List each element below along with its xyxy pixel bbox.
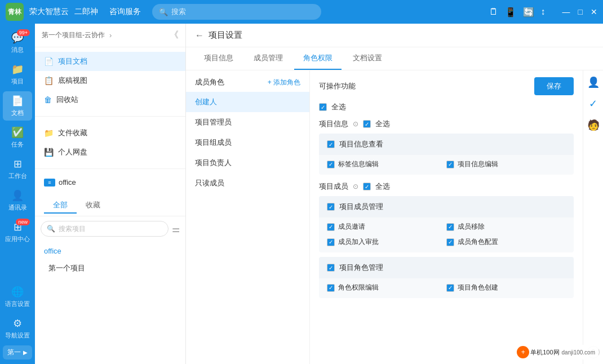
perm-checkbox-role-create[interactable] bbox=[446, 284, 454, 292]
content-tabs: 项目信息 成员管理 角色权限 文档设置 bbox=[186, 47, 603, 70]
app-badge: new bbox=[16, 219, 30, 225]
minimize-btn[interactable]: — bbox=[562, 7, 570, 16]
project-group-office[interactable]: office bbox=[35, 243, 185, 259]
right-icon-1[interactable]: 👤 bbox=[587, 76, 600, 88]
perm-item-remove: 成员移除 bbox=[446, 222, 566, 232]
topbar-search-box[interactable]: 🔍 搜索 bbox=[152, 4, 321, 20]
sidebar-label-navsettings: 导航设置 bbox=[5, 331, 30, 340]
sidebar-item-task[interactable]: ✅ 任务 bbox=[3, 123, 32, 152]
perm-checkbox-tag-edit[interactable] bbox=[327, 161, 335, 168]
section-title-project-member: 项目成员 bbox=[319, 181, 348, 192]
tab-role-permission[interactable]: 角色权限 bbox=[294, 47, 342, 70]
sort-button[interactable]: ⚌ bbox=[172, 224, 180, 234]
task-icon: ✅ bbox=[11, 126, 24, 139]
divider-1 bbox=[35, 116, 185, 117]
permissions-panel: 可操作功能 保存 全选 项目信息 ⊙ 全选 bbox=[310, 70, 583, 364]
nav-erlang[interactable]: 二郎神 bbox=[74, 7, 98, 17]
workspace-name: office bbox=[59, 178, 76, 187]
sidebar-label-task: 任务 bbox=[11, 140, 24, 149]
project-item-first[interactable]: 第一个项目 bbox=[35, 259, 185, 278]
sidebar-menu: 📄 项目文档 📋 底稿视图 🗑 回收站 bbox=[35, 47, 185, 114]
close-btn[interactable]: ✕ bbox=[591, 7, 597, 16]
breadcrumb-text: 第一个项目组-云协作 bbox=[42, 30, 105, 40]
tab-collect[interactable]: 收藏 bbox=[77, 198, 109, 214]
global-select-all-label: 全选 bbox=[331, 102, 346, 112]
sidebar-label-language: 语言设置 bbox=[5, 300, 30, 308]
nav-consult[interactable]: 咨询服务 bbox=[109, 7, 141, 17]
workspace-label[interactable]: ≡ office bbox=[44, 176, 176, 189]
sidebar-item-navsettings[interactable]: ⚙ 导航设置 bbox=[3, 314, 32, 343]
sidebar-label-appcenter: 应用中心 bbox=[5, 235, 30, 243]
watermark: + 单机100网 danji100.com bbox=[513, 345, 598, 359]
perm-checkbox-join-approve[interactable] bbox=[327, 238, 335, 246]
right-icon-2[interactable]: ✓ bbox=[589, 97, 597, 110]
collapse-button[interactable]: 《 bbox=[170, 29, 179, 41]
menu-label-project-doc: 项目文档 bbox=[58, 56, 87, 66]
perm-group-label-role: 项目角色管理 bbox=[339, 263, 383, 273]
tab-member-manage[interactable]: 成员管理 bbox=[245, 47, 292, 70]
menu-label-recycle: 回收站 bbox=[56, 95, 78, 105]
role-item-manager[interactable]: 项目管理员 bbox=[186, 112, 309, 132]
topbar-icon-2[interactable]: 📱 bbox=[505, 7, 516, 17]
sidebar-item-language[interactable]: 🌐 语言设置 bbox=[3, 282, 32, 312]
topbar-icon-4[interactable]: ↕ bbox=[541, 7, 546, 17]
topbar-icon-3[interactable]: 🔄 bbox=[523, 7, 534, 17]
bottom-project-item[interactable]: 第一 ▶ bbox=[3, 345, 32, 359]
perm-group-project-info: 项目信息查看 标签信息编辑 项目信息编辑 bbox=[319, 134, 574, 175]
topbar-icon-1[interactable]: 🗒 bbox=[489, 7, 498, 17]
perm-item-role-perm-edit: 角色权限编辑 bbox=[327, 283, 446, 292]
perm-group-checkbox-info[interactable] bbox=[327, 140, 335, 148]
menu-item-file-collect[interactable]: 📁 文件收藏 bbox=[35, 123, 185, 143]
menu-item-draft-view[interactable]: 📋 底稿视图 bbox=[35, 71, 185, 90]
perm-group-role-manage: 项目角色管理 角色权限编辑 项目角色创建 bbox=[319, 257, 574, 298]
right-icon-3[interactable]: 🧑 bbox=[587, 119, 600, 131]
menu-item-project-doc[interactable]: 📄 项目文档 bbox=[35, 52, 185, 71]
perm-group-label-member: 项目成员管理 bbox=[339, 202, 383, 212]
global-select-all-checkbox[interactable] bbox=[319, 103, 327, 111]
role-item-creator[interactable]: 创建人 bbox=[186, 92, 309, 112]
perm-group-checkbox-member[interactable] bbox=[327, 203, 335, 211]
perm-item-role-config: 成员角色配置 bbox=[446, 237, 566, 247]
project-search-row: 🔍 搜索项目 ⚌ bbox=[35, 216, 185, 241]
tab-all[interactable]: 全部 bbox=[44, 198, 77, 214]
save-button[interactable]: 保存 bbox=[534, 77, 574, 95]
divider-2 bbox=[35, 168, 185, 169]
tab-doc-settings[interactable]: 文档设置 bbox=[344, 47, 391, 70]
watermark-site: 单机100网 bbox=[530, 348, 559, 357]
perm-item-info-edit: 项目信息编辑 bbox=[446, 159, 566, 169]
add-role-button[interactable]: + 添加角色 bbox=[268, 78, 300, 87]
project-search-box[interactable]: 🔍 搜索项目 bbox=[41, 221, 169, 237]
perm-label-invite: 成员邀请 bbox=[338, 222, 365, 232]
sidebar-item-project[interactable]: 📁 项目 bbox=[3, 60, 32, 89]
sidebar-item-document[interactable]: 📄 文档 bbox=[3, 91, 32, 121]
help-icon-project-info[interactable]: ⊙ bbox=[353, 120, 358, 128]
section-select-all-project-member[interactable] bbox=[363, 183, 371, 190]
perm-checkbox-invite[interactable] bbox=[327, 223, 335, 231]
role-item-member[interactable]: 项目组成员 bbox=[186, 132, 309, 153]
section-title-project-info: 项目信息 bbox=[319, 119, 348, 129]
menu-item-recycle[interactable]: 🗑 回收站 bbox=[35, 90, 185, 109]
perm-checkbox-info-edit[interactable] bbox=[446, 161, 454, 168]
help-icon-project-member[interactable]: ⊙ bbox=[353, 183, 358, 190]
project-list: office 第一个项目 bbox=[35, 241, 185, 280]
sidebar-item-appcenter[interactable]: new ⊞ 应用中心 bbox=[3, 217, 32, 247]
back-button[interactable]: ← bbox=[195, 30, 204, 41]
sidebar-item-contact[interactable]: 👤 通讯录 bbox=[3, 186, 32, 215]
recycle-icon: 🗑 bbox=[44, 95, 52, 104]
perm-checkbox-role-perm-edit[interactable] bbox=[327, 284, 335, 292]
tab-project-info[interactable]: 项目信息 bbox=[195, 47, 242, 70]
maximize-btn[interactable]: □ bbox=[578, 7, 583, 16]
perm-checkbox-remove[interactable] bbox=[446, 223, 454, 231]
sidebar-menu-2: 📁 文件收藏 💾 个人网盘 bbox=[35, 119, 185, 166]
role-item-readonly[interactable]: 只读成员 bbox=[186, 173, 309, 193]
role-item-lead[interactable]: 项目负责人 bbox=[186, 153, 309, 173]
sidebar-item-workbench[interactable]: ⊞ 工作台 bbox=[3, 154, 32, 184]
perm-group-header-info: 项目信息查看 bbox=[319, 134, 574, 155]
sidebar-item-message[interactable]: 99+ 💬 消息 bbox=[3, 28, 32, 57]
section-select-all-project-info[interactable] bbox=[363, 120, 371, 128]
perm-checkbox-role-config[interactable] bbox=[446, 238, 454, 246]
perm-group-checkbox-role[interactable] bbox=[327, 264, 335, 272]
window-controls: — □ ✕ bbox=[562, 7, 597, 16]
workspace-icon: ≡ bbox=[44, 179, 55, 187]
menu-item-personal-disk[interactable]: 💾 个人网盘 bbox=[35, 143, 185, 162]
